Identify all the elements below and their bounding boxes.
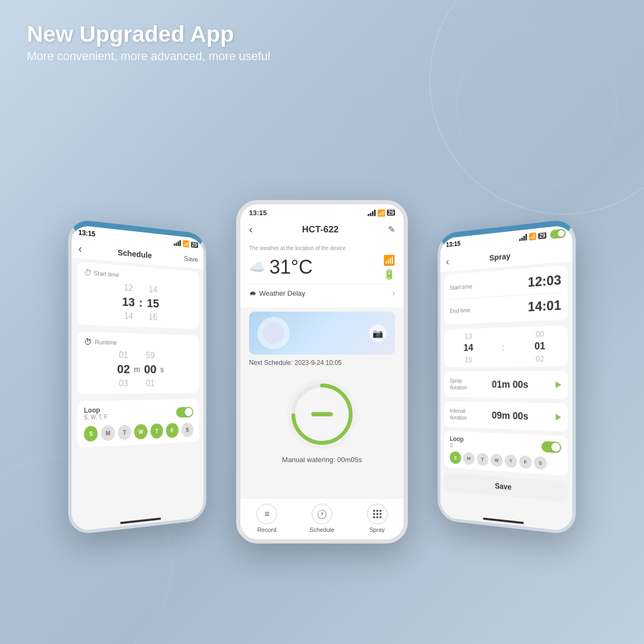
- right-signal: [519, 234, 527, 241]
- days-row-text: S, W, T, F: [84, 414, 107, 421]
- start-time-card: ⏱ Start time 12 13 14 : 14 15 16: [77, 262, 199, 330]
- runtime-m-unit: m: [134, 365, 140, 374]
- header-title: New Upgraded App: [27, 21, 270, 47]
- banner-shape: [258, 317, 290, 349]
- c-bar4: [374, 209, 376, 216]
- weather-row: ☁️ 31°C 📶 🔋: [249, 254, 395, 280]
- runtime-label-row: ⏱ Runtime: [84, 337, 193, 348]
- watering-circle[interactable]: [287, 379, 357, 449]
- sd6: [379, 513, 382, 515]
- nav-record[interactable]: ≡ Record: [257, 504, 277, 533]
- day-F[interactable]: F: [166, 423, 178, 438]
- watering-section: Manual watering: 00m05s: [240, 371, 404, 472]
- nav-schedule[interactable]: 🕐 Schedule: [310, 504, 334, 533]
- day-W[interactable]: W: [134, 424, 147, 440]
- c-bar3: [372, 211, 374, 216]
- header-section: New Upgraded App More convenient, more a…: [27, 21, 270, 63]
- left-back-icon[interactable]: ‹: [78, 242, 82, 255]
- sd5: [376, 513, 378, 515]
- center-edit-icon[interactable]: ✎: [388, 224, 395, 235]
- rain-icon: 🌧: [249, 289, 256, 297]
- banner-image: 📷: [249, 312, 395, 355]
- r-day-F[interactable]: F: [519, 455, 532, 469]
- center-signal: [368, 209, 376, 216]
- center-spacer: [240, 472, 404, 498]
- end-time-row: End time 14:01: [450, 295, 561, 320]
- r-day-M[interactable]: M: [463, 452, 475, 465]
- nav-spray[interactable]: Spray: [367, 504, 387, 533]
- hours-column: 12 13 14: [122, 283, 135, 321]
- runtime-s-unit: s: [160, 365, 164, 374]
- day-M[interactable]: M: [101, 425, 114, 441]
- day-S1[interactable]: S: [84, 426, 98, 442]
- right-battery: 29: [538, 232, 546, 239]
- end-time-label: End time: [450, 307, 471, 314]
- center-wifi: 📶: [377, 209, 385, 216]
- loop-header: Loop S, W, T, F: [84, 404, 193, 423]
- day-S2[interactable]: S: [181, 422, 194, 437]
- mini-m-top: 00: [536, 330, 544, 339]
- sd1: [373, 510, 375, 512]
- day-T2[interactable]: T: [150, 423, 163, 439]
- sd4: [373, 513, 375, 515]
- center-status-icons: 📶 29: [368, 209, 395, 216]
- runtime-secs-col: 59 00 01: [144, 351, 157, 389]
- r-bar3: [523, 236, 525, 240]
- r-day-W[interactable]: W: [491, 453, 503, 467]
- sd8: [376, 516, 378, 518]
- day-circles: S M T W T F S: [84, 422, 193, 442]
- battery-full-icon: 🔋: [383, 268, 395, 280]
- spray-dur-btn[interactable]: [555, 382, 561, 389]
- r-day-S1[interactable]: S: [450, 451, 461, 464]
- center-time: 13:15: [249, 209, 267, 217]
- wifi-icon: 📶: [182, 240, 189, 248]
- time-picker-wheel: 12 13 14 : 14 15 16: [84, 280, 193, 324]
- bar4: [179, 240, 181, 246]
- manual-label: Manual watering: 00m05s: [282, 456, 362, 464]
- right-wifi: 📶: [529, 232, 537, 241]
- interval-dur-label: Intervalduration: [450, 407, 467, 421]
- interval-dur-btn[interactable]: [555, 414, 561, 421]
- loop-right-header: Loop S: [450, 435, 561, 455]
- bar1: [174, 244, 175, 246]
- loop-right-toggle[interactable]: [541, 441, 561, 453]
- right-header-spacer: [554, 251, 566, 252]
- spray-dur-label: Sprayduration: [450, 377, 467, 391]
- spray-label: Spray: [369, 526, 385, 533]
- toggle-knob: [185, 408, 192, 416]
- phone-right: 13:15 📶 29 ‹ S: [437, 218, 575, 536]
- right-home-indicator: [483, 517, 524, 524]
- r-day-S2[interactable]: S: [534, 456, 547, 470]
- schedule-label: Schedule: [310, 526, 334, 533]
- right-back-icon[interactable]: ‹: [446, 255, 449, 268]
- right-toggle[interactable]: [550, 229, 566, 239]
- loop-toggle[interactable]: [176, 407, 193, 418]
- spray-dur-row: Sprayduration 01m 00s: [450, 375, 561, 394]
- left-phone-content: 13:15 📶 29 ‹ Schedule Save: [71, 224, 203, 532]
- right-day-circles: S M T W T F S: [450, 451, 561, 471]
- center-title: HCT-622: [302, 224, 339, 235]
- cloud-icon: ☁️: [249, 260, 265, 275]
- center-battery: 29: [387, 210, 395, 216]
- left-time: 13:15: [78, 229, 96, 238]
- chevron-right-icon[interactable]: ›: [392, 288, 395, 298]
- interval-duration-card: Intervalduration 09m 00s: [444, 401, 568, 431]
- day-T1[interactable]: T: [118, 425, 131, 440]
- center-back-icon[interactable]: ‹: [249, 223, 253, 236]
- r-bar4: [525, 234, 527, 241]
- bar2: [175, 243, 177, 246]
- left-save-button[interactable]: Save: [184, 254, 198, 264]
- sd9: [379, 516, 382, 518]
- c-bar2: [370, 213, 371, 216]
- r-day-T1[interactable]: T: [477, 453, 488, 466]
- mini-sep: :: [502, 342, 504, 352]
- r-day-T2[interactable]: T: [504, 455, 517, 469]
- phones-container: 13:15 📶 29 ‹ Schedule Save: [0, 86, 644, 644]
- interval-dur-row: Intervalduration 09m 00s: [450, 405, 561, 427]
- mini-picker-row: 13 14 15 : 00 01 02: [450, 329, 561, 364]
- banner-inner: [263, 323, 284, 344]
- r-bar2: [521, 238, 523, 241]
- camera-icon[interactable]: 📷: [369, 325, 386, 342]
- loop-label: Loop: [84, 406, 107, 415]
- record-icon: ≡: [265, 509, 269, 519]
